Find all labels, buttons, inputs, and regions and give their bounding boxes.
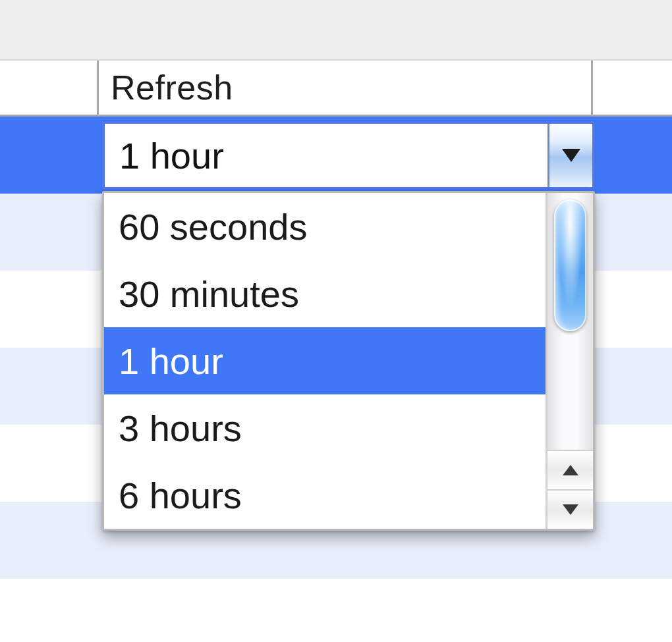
scrollbar-up-button[interactable] [547,450,593,489]
refresh-option-60-seconds[interactable]: 60 seconds [104,193,546,260]
table-row[interactable] [0,579,672,642]
option-label: 30 minutes [119,273,299,315]
refresh-header-label: Refresh [111,68,233,107]
option-label: 6 hours [119,474,242,517]
refresh-dropdown: 60 seconds 30 minutes 1 hour 3 hours 6 h… [102,191,595,531]
scrollbar-down-button[interactable] [547,489,593,529]
scrollbar-thumb[interactable] [554,200,586,331]
refresh-dropdown-options: 60 seconds 30 minutes 1 hour 3 hours 6 h… [104,193,546,529]
refresh-option-6-hours[interactable]: 6 hours [104,462,546,529]
option-label: 60 seconds [119,205,307,248]
table-area: Refresh 1 hour 60 seconds 30 minutes [0,61,672,117]
refresh-option-1-hour[interactable]: 1 hour [104,327,546,394]
table-header-refresh[interactable]: Refresh [99,61,593,115]
chevron-down-icon [562,149,580,162]
table-header-left[interactable] [0,61,99,115]
refresh-combobox[interactable]: 1 hour [102,121,595,190]
refresh-combo-wrapper: 1 hour 60 seconds 30 minutes 1 hour 3 ho… [102,121,595,531]
toolbar [0,0,672,61]
scrollbar-track[interactable] [547,193,593,450]
dropdown-scrollbar[interactable] [546,193,593,529]
refresh-combobox-value[interactable]: 1 hour [105,124,547,187]
option-label: 1 hour [119,340,223,383]
chevron-up-icon [563,465,578,475]
table-header-row: Refresh [0,61,672,117]
refresh-combobox-button[interactable] [547,124,592,187]
refresh-option-3-hours[interactable]: 3 hours [104,394,546,462]
table-header-right[interactable] [593,61,672,115]
option-label: 3 hours [119,407,242,450]
chevron-down-icon [563,504,578,515]
refresh-option-30-minutes[interactable]: 30 minutes [104,260,546,327]
